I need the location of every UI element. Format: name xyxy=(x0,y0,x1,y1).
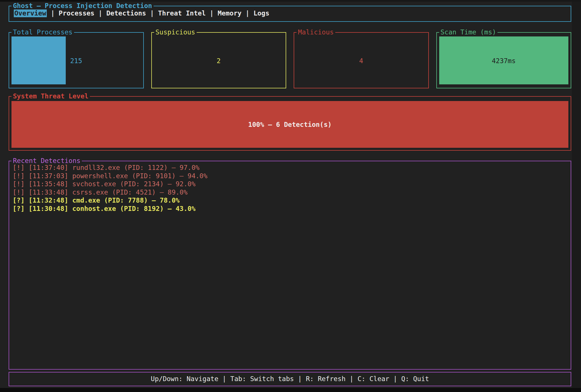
metric-title: Total Processes xyxy=(11,28,74,36)
metric-value: 4237ms xyxy=(439,57,569,65)
metric-gauge: 4 xyxy=(297,36,426,84)
detection-timestamp: [11:37:40] xyxy=(28,164,68,171)
tab-memory[interactable]: Memory xyxy=(218,9,241,17)
detection-row[interactable]: [!] [11:35:48] svchost.exe (PID: 2134) —… xyxy=(13,180,571,188)
detection-row[interactable]: [?] [11:32:48] cmd.exe (PID: 7788) — 78.… xyxy=(13,196,571,205)
tab-detections[interactable]: Detections xyxy=(106,9,146,17)
detection-tag: [!] xyxy=(13,172,25,180)
terminal-screen: Ghost — Process Injection Detection Over… xyxy=(0,0,581,392)
recent-detections-title: Recent Detections xyxy=(11,157,82,164)
tab-threat-intel[interactable]: Threat Intel xyxy=(158,9,206,17)
detection-text: svchost.exe (PID: 2134) — 92.0% xyxy=(72,180,195,188)
detection-tag: [!] xyxy=(13,189,25,196)
metric-suspicious: Suspicious2 xyxy=(151,32,286,88)
threat-level-gauge: 100% — 6 Detection(s) xyxy=(11,101,568,148)
detection-timestamp: [11:32:48] xyxy=(28,197,68,204)
tab-overview[interactable]: Overview xyxy=(14,9,47,17)
detection-row[interactable]: [!] [11:37:40] rundll32.exe (PID: 1122) … xyxy=(13,164,571,172)
app-title: Ghost — Process Injection Detection xyxy=(11,2,154,9)
detection-row[interactable]: [?] [11:30:48] conhost.exe (PID: 8192) —… xyxy=(13,205,571,213)
detection-row[interactable]: [!] [11:33:48] csrss.exe (PID: 4521) — 8… xyxy=(13,188,571,197)
detection-row[interactable]: [!] [11:37:03] powershell.exe (PID: 9101… xyxy=(13,172,571,180)
threat-level-panel: System Threat Level 100% — 6 Detection(s… xyxy=(9,96,571,151)
detection-timestamp: [11:33:48] xyxy=(28,189,68,196)
tab-logs[interactable]: Logs xyxy=(253,9,269,17)
detection-timestamp: [11:30:48] xyxy=(28,205,68,212)
metric-value: 4 xyxy=(297,57,426,65)
metric-title: Suspicious xyxy=(154,28,197,36)
window-bottom-edge xyxy=(0,388,581,392)
detection-tag: [?] xyxy=(13,197,25,204)
tab-processes[interactable]: Processes xyxy=(59,9,94,17)
metric-value: 2 xyxy=(154,57,284,65)
status-bar: Up/Down: Navigate | Tab: Switch tabs | R… xyxy=(9,372,571,386)
detection-text: conhost.exe (PID: 8192) — 43.0% xyxy=(72,205,195,212)
tab-bar-panel: Ghost — Process Injection Detection Over… xyxy=(9,6,571,22)
detection-timestamp: [11:35:48] xyxy=(28,180,68,188)
metric-value: 215 xyxy=(11,57,141,65)
metrics-row: Total Processes215Suspicious2Malicious4S… xyxy=(9,32,571,88)
detection-timestamp: [11:37:03] xyxy=(28,172,68,180)
detection-text: powershell.exe (PID: 9101) — 94.0% xyxy=(72,172,208,180)
threat-level-title: System Threat Level xyxy=(11,92,90,100)
tab-separator: | xyxy=(94,9,106,17)
metric-gauge: 2 xyxy=(154,36,284,84)
metric-scan-time-ms: Scan Time (ms)4237ms xyxy=(436,32,572,88)
metric-gauge: 215 xyxy=(11,36,141,84)
recent-detections-panel: Recent Detections [!] [11:37:40] rundll3… xyxy=(9,161,571,370)
detection-list: [!] [11:37:40] rundll32.exe (PID: 1122) … xyxy=(9,161,571,213)
status-bar-text: Up/Down: Navigate | Tab: Switch tabs | R… xyxy=(9,372,571,385)
detection-text: cmd.exe (PID: 7788) — 78.0% xyxy=(72,197,180,204)
tab-separator: | xyxy=(241,9,253,17)
metric-total-processes: Total Processes215 xyxy=(9,32,144,88)
tab-separator: | xyxy=(146,9,158,17)
detection-tag: [?] xyxy=(13,205,25,212)
metric-malicious: Malicious4 xyxy=(294,32,429,88)
tab-separator: | xyxy=(47,9,59,17)
metric-gauge: 4237ms xyxy=(439,36,569,84)
app-root: Ghost — Process Injection Detection Over… xyxy=(9,2,571,386)
detection-tag: [!] xyxy=(13,180,25,188)
detection-tag: [!] xyxy=(13,164,25,171)
tab-separator: | xyxy=(206,9,218,17)
detection-text: rundll32.exe (PID: 1122) — 97.0% xyxy=(72,164,200,171)
metric-title: Scan Time (ms) xyxy=(439,28,498,36)
threat-level-label: 100% — 6 Detection(s) xyxy=(11,121,568,128)
metric-title: Malicious xyxy=(297,28,335,36)
window-right-edge xyxy=(572,0,581,392)
detection-text: csrss.exe (PID: 4521) — 89.0% xyxy=(72,189,188,196)
